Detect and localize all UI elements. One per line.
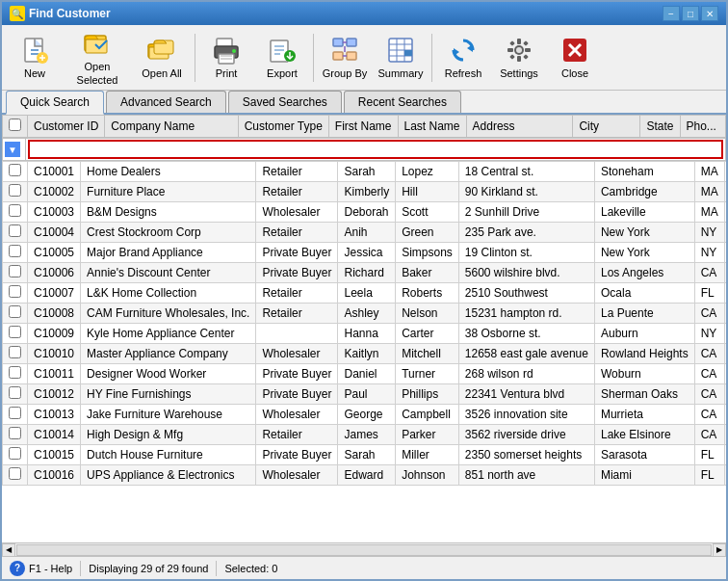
row-checkbox-cell (3, 202, 28, 223)
row-checkbox-cell (3, 304, 28, 324)
row-checkbox[interactable] (9, 224, 21, 237)
cell-company-name: Dutch House Furniture (81, 445, 256, 465)
cell-first-name: James (338, 425, 396, 445)
cell-address: 3562 riverside drive (458, 425, 594, 445)
table-row[interactable]: C10010 Master Appliance Company Wholesal… (3, 344, 727, 364)
table-row[interactable]: C10004 Crest Stockroom Corp Retailer Ani… (3, 223, 727, 243)
minimize-button[interactable]: − (663, 6, 680, 21)
open-selected-button[interactable]: Open Selected (64, 30, 131, 86)
col-checkbox[interactable] (3, 116, 28, 138)
row-checkbox[interactable] (9, 346, 21, 358)
tab-recent-searches[interactable]: Recent Searches (344, 91, 461, 113)
help-label: F1 - Help (29, 563, 72, 574)
table-row[interactable]: C10002 Furniture Place Retailer Kimberly… (3, 182, 727, 202)
row-checkbox[interactable] (9, 407, 21, 419)
open-all-button[interactable]: Open All (133, 30, 191, 86)
cell-first-name: Edward (338, 465, 396, 486)
cell-address: 2 Sunhill Drive (458, 202, 594, 223)
table-row[interactable]: C10013 Jake Furniture Warehouse Wholesal… (3, 405, 727, 425)
row-checkbox-cell (3, 344, 28, 364)
cell-state: CA (694, 263, 724, 283)
cell-first-name: Hanna (338, 324, 396, 344)
col-phone[interactable]: Pho... (680, 116, 725, 138)
table-row[interactable]: C10005 Major Brand Appliance Private Buy… (3, 243, 727, 263)
cell-state: CA (694, 405, 724, 425)
cell-company-name: High Design & Mfg (81, 425, 256, 445)
settings-button[interactable]: Settings (492, 30, 546, 86)
summary-icon (385, 35, 416, 66)
cell-address: 268 wilson rd (458, 364, 594, 384)
open-selected-label: Open Selected (66, 61, 128, 86)
cell-customer-type: Wholesaler (256, 202, 338, 223)
col-state[interactable]: State (640, 116, 680, 138)
row-checkbox[interactable] (9, 204, 21, 217)
close-button[interactable]: Close (548, 30, 602, 86)
export-button[interactable]: Export (255, 30, 309, 86)
cell-state: NY (694, 223, 724, 243)
row-checkbox[interactable] (9, 386, 21, 399)
tab-saved-searches[interactable]: Saved Searches (228, 91, 342, 113)
filter-icon: ▼ (5, 142, 20, 157)
col-customer-type[interactable]: Customer Type (238, 116, 328, 138)
row-checkbox[interactable] (9, 245, 21, 257)
tab-quick-search[interactable]: Quick Search (6, 91, 104, 115)
svg-rect-46 (523, 40, 529, 46)
row-checkbox[interactable] (9, 427, 21, 439)
row-checkbox[interactable] (9, 285, 21, 298)
scroll-left-button[interactable]: ◀ (2, 543, 15, 557)
cell-city: Ocala (594, 283, 694, 304)
refresh-button[interactable]: Refresh (436, 30, 490, 86)
col-address[interactable]: Address (466, 116, 573, 138)
table-row[interactable]: C10003 B&M Designs Wholesaler Deborah Sc… (3, 202, 727, 223)
row-checkbox[interactable] (9, 326, 21, 338)
cell-state: MA (694, 182, 724, 202)
col-customer-id[interactable]: Customer ID (28, 116, 105, 138)
cell-first-name: Anih (338, 223, 396, 243)
col-city[interactable]: City (573, 116, 640, 138)
cell-customer-type (256, 324, 338, 344)
table-row[interactable]: C10009 Kyle Home Appliance Center Hanna … (3, 324, 727, 344)
select-all-checkbox[interactable] (9, 119, 21, 131)
row-checkbox[interactable] (9, 467, 21, 480)
maximize-button[interactable]: □ (682, 6, 699, 21)
table-row[interactable]: C10008 CAM Furniture Wholesales, Inc. Re… (3, 304, 727, 324)
row-checkbox[interactable] (9, 447, 21, 460)
svg-rect-48 (523, 54, 529, 60)
group-by-button[interactable]: Group By (318, 30, 372, 86)
cell-first-name: Kaitlyn (338, 344, 396, 364)
row-checkbox-cell (3, 384, 28, 405)
row-checkbox[interactable] (9, 265, 21, 277)
cell-customer-type: Wholesaler (256, 465, 338, 486)
cell-company-name: Crest Stockroom Corp (81, 223, 256, 243)
scroll-right-button[interactable]: ▶ (713, 543, 726, 557)
horizontal-scrollbar[interactable]: ◀ ▶ (2, 542, 726, 556)
cell-city: Miami (594, 465, 694, 486)
scroll-track[interactable] (16, 544, 712, 556)
row-checkbox[interactable] (9, 164, 21, 176)
row-checkbox[interactable] (9, 184, 21, 197)
table-row[interactable]: C10011 Designer Wood Worker Private Buye… (3, 364, 727, 384)
search-input[interactable] (30, 143, 721, 156)
table-row[interactable]: C10001 Home Dealers Retailer Sarah Lopez… (3, 162, 727, 182)
displaying-text: Displaying 29 of 29 found (89, 563, 208, 574)
col-last-name[interactable]: Last Name (398, 116, 466, 138)
cell-state: NY (694, 324, 724, 344)
table-row[interactable]: C10007 L&K Home Collection Retailer Leel… (3, 283, 727, 304)
table-row[interactable]: C10006 Annie's Discount Center Private B… (3, 263, 727, 283)
table-row[interactable]: C10016 UPS Appliance & Electronics Whole… (3, 465, 727, 486)
row-checkbox[interactable] (9, 366, 21, 379)
table-row[interactable]: C10014 High Design & Mfg Retailer James … (3, 425, 727, 445)
table-row[interactable]: C10012 HY Fine Furnishings Private Buyer… (3, 384, 727, 405)
tab-advanced-search[interactable]: Advanced Search (106, 91, 226, 113)
summary-button[interactable]: Summary (374, 30, 428, 86)
svg-point-40 (516, 47, 522, 53)
cell-customer-type: Retailer (256, 223, 338, 243)
data-scroll[interactable]: C10001 Home Dealers Retailer Sarah Lopez… (2, 161, 726, 542)
table-row[interactable]: C10015 Dutch House Furniture Private Buy… (3, 445, 727, 465)
close-window-button[interactable]: ✕ (701, 6, 718, 21)
row-checkbox[interactable] (9, 305, 21, 318)
col-company-name[interactable]: Company Name (105, 116, 238, 138)
print-button[interactable]: Print (199, 30, 253, 86)
new-button[interactable]: New (8, 30, 62, 86)
col-first-name[interactable]: First Name (328, 116, 398, 138)
